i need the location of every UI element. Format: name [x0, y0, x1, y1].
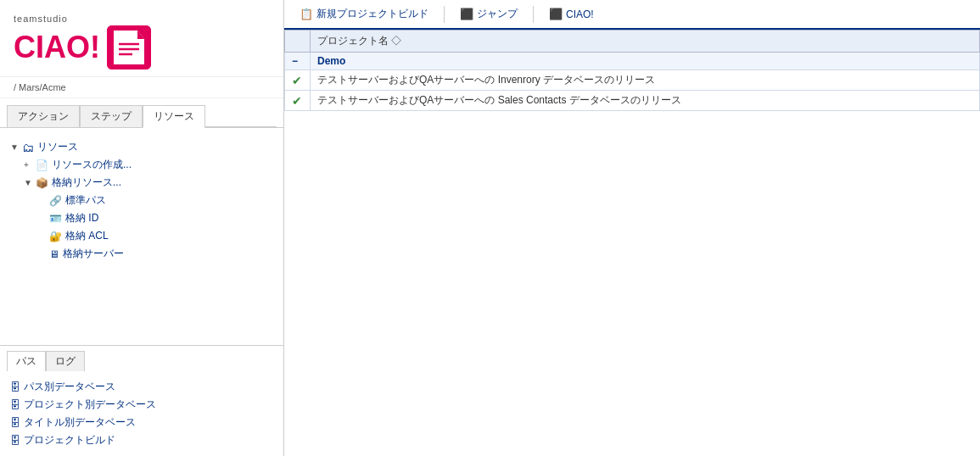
row1-desc-cell: テストサーバーおよびQAサーバーへの Invenrory データベースのリリース: [311, 70, 980, 91]
ciao-label: CIAO!: [566, 8, 594, 20]
store-expand-icon: ▼: [24, 178, 32, 187]
path-db-icon: 🗄: [10, 381, 20, 393]
row1-desc-text: テストサーバーおよびQAサーバーへの Invenrory データベースのリリース: [317, 74, 655, 86]
tree-storeacl-label: 格納 ACL: [65, 229, 109, 243]
tree-item-standard-path[interactable]: 🔗 標準パス: [7, 192, 277, 209]
sidebar-collapse-handle[interactable]: ◀: [283, 371, 284, 405]
bottom-tab-path[interactable]: パス: [7, 351, 46, 371]
tree-storesrv-label: 格納サーバー: [63, 247, 124, 261]
logo-ciao-text: CIAO!: [14, 32, 100, 63]
logo-icon-svg: [107, 25, 151, 70]
root-expand-icon: ▼: [10, 142, 19, 152]
bottom-links-area: 🗄 パス別データベース 🗄 プロジェクト別データベース 🗄 タイトル別データベー…: [0, 371, 283, 456]
logo-area: teamstudio CIAO!: [0, 0, 283, 77]
table-row: ✔ テストサーバーおよびQAサーバーへの Sales Contacts データベ…: [285, 91, 980, 111]
project-table: プロジェクト名 ◇ − Demo ✔: [284, 30, 980, 111]
storeid-icon: 🪪: [49, 213, 62, 225]
table-row: ✔ テストサーバーおよびQAサーバーへの Invenrory データベースのリリ…: [285, 70, 980, 91]
tree-item-store-id[interactable]: 🪪 格納 ID: [7, 209, 277, 227]
title-db-icon: 🗄: [10, 417, 20, 429]
new-build-button[interactable]: 📋 新規プロジェクトビルド: [294, 5, 434, 23]
group-expand-cell: −: [285, 53, 311, 70]
toolbar-separator-2: [533, 6, 534, 23]
table-group-demo: − Demo: [285, 53, 980, 70]
bottom-tabs: パス ログ: [0, 345, 283, 371]
col-project-name[interactable]: プロジェクト名 ◇: [311, 31, 980, 53]
row1-check-cell: ✔: [285, 70, 311, 91]
row2-checkmark-icon: ✔: [292, 94, 302, 108]
new-build-icon: 📋: [300, 8, 313, 20]
tree-create-label: リソースの作成...: [52, 158, 132, 172]
path-db-label: パス別データベース: [24, 380, 115, 394]
link-project-db[interactable]: 🗄 プロジェクト別データベース: [10, 396, 277, 414]
bottom-tab-log[interactable]: ログ: [46, 351, 85, 371]
content-table: プロジェクト名 ◇ − Demo ✔: [284, 30, 980, 456]
ciao-button[interactable]: ⬛ CIAO!: [544, 6, 599, 22]
col-check: [285, 31, 311, 53]
main-content: 📋 新規プロジェクトビルド ⬛ ジャンプ ⬛ CIAO! プロジェクト名 ◇: [284, 0, 980, 456]
tab-actions[interactable]: アクション: [7, 105, 80, 127]
link-project-build[interactable]: 🗄 プロジェクトビルド: [10, 431, 277, 449]
logo-icon: [107, 25, 151, 70]
logo-small-text: teamstudio: [14, 14, 270, 24]
tree-stdpath-label: 標準パス: [65, 193, 106, 208]
main-tabs: アクション ステップ リソース: [0, 98, 283, 128]
toolbar-separator-1: [444, 6, 445, 23]
store-icon: 📦: [36, 177, 48, 189]
group-name-cell: Demo: [311, 53, 980, 70]
tree-store-label: 格納リソース...: [52, 175, 121, 190]
resource-tree: ▼ 🗂 リソース + 📄 リソースの作成... ▼ 📦 格納リソース... 🔗 …: [0, 128, 283, 345]
build-db-label: プロジェクトビルド: [24, 433, 115, 448]
jump-icon: ⬛: [460, 8, 473, 20]
project-db-icon: 🗄: [10, 399, 20, 411]
build-db-icon: 🗄: [10, 435, 20, 447]
tree-item-create-resource[interactable]: + 📄 リソースの作成...: [7, 156, 277, 174]
tree-storeid-label: 格納 ID: [65, 211, 98, 225]
tree-item-store-server[interactable]: 🖥 格納サーバー: [7, 245, 277, 263]
title-db-label: タイトル別データベース: [24, 415, 136, 430]
group-name-text: Demo: [317, 55, 345, 67]
toolbar: 📋 新規プロジェクトビルド ⬛ ジャンプ ⬛ CIAO!: [284, 0, 980, 30]
tree-root-resources[interactable]: ▼ 🗂 リソース: [7, 138, 277, 156]
jump-label: ジャンプ: [477, 7, 518, 21]
link-path-db[interactable]: 🗄 パス別データベース: [10, 378, 277, 396]
logo-brand-area: CIAO!: [14, 25, 270, 70]
link-title-db[interactable]: 🗄 タイトル別データベース: [10, 414, 277, 431]
create-expand-icon: +: [24, 160, 32, 170]
group-minus-icon: −: [292, 55, 298, 67]
create-icon: 📄: [36, 159, 48, 171]
row2-desc-text: テストサーバーおよびQAサーバーへの Sales Contacts データベース…: [317, 94, 681, 106]
row2-check-cell: ✔: [285, 91, 311, 111]
breadcrumb: / Mars/Acme: [0, 77, 283, 98]
storeacl-icon: 🔐: [49, 231, 62, 242]
new-build-label: 新規プロジェクトビルド: [316, 7, 428, 21]
tree-item-store-acl[interactable]: 🔐 格納 ACL: [7, 227, 277, 245]
root-icon: 🗂: [22, 141, 34, 154]
tree-root-label: リソース: [37, 140, 78, 154]
storesrv-icon: 🖥: [49, 248, 59, 260]
tree-item-store-resource[interactable]: ▼ 📦 格納リソース...: [7, 174, 277, 192]
jump-button[interactable]: ⬛ ジャンプ: [455, 5, 523, 23]
ciao-icon: ⬛: [549, 8, 563, 20]
project-db-label: プロジェクト別データベース: [24, 398, 156, 412]
row2-desc-cell: テストサーバーおよびQAサーバーへの Sales Contacts データベース…: [311, 91, 980, 111]
tab-steps[interactable]: ステップ: [80, 105, 143, 127]
col-header-text: プロジェクト名 ◇: [317, 35, 401, 47]
tab-resources[interactable]: リソース: [143, 105, 205, 128]
row1-checkmark-icon: ✔: [292, 74, 302, 87]
stdpath-icon: 🔗: [49, 195, 62, 207]
